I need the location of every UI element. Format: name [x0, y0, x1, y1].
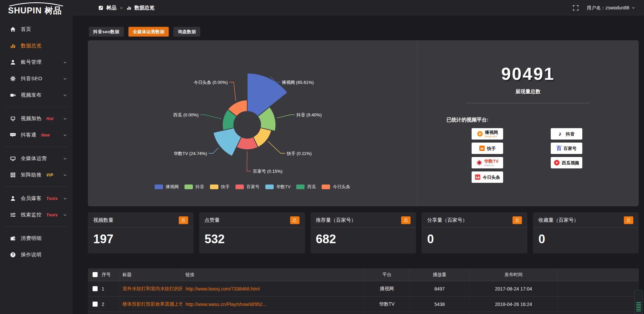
stat-card-1: 点赞量 总 532 [199, 212, 305, 253]
sidebar-item-account-manage[interactable]: 账号管理 [0, 54, 73, 70]
sidebar-item-media-operation[interactable]: 全媒体运营 [0, 150, 73, 167]
platform-badge-今日头条: 头条 今日头条 [472, 171, 503, 183]
legend-item-播视网[interactable]: 播视网 [155, 184, 179, 190]
select-all-checkbox[interactable] [93, 272, 98, 277]
platform-name: 播视网 [485, 130, 498, 135]
legend-label: 抖音 [196, 184, 204, 190]
table-row-partial [88, 312, 639, 314]
sidebar-item-help-guide[interactable]: ? 操作说明 [0, 247, 73, 263]
row-checkbox[interactable] [93, 286, 98, 291]
topbar-right: 用户名：zswodun88 [573, 0, 635, 16]
sidebar-item-leads-monitor[interactable]: 线索监控 Tools [0, 207, 73, 223]
cell-title-link[interactable]: 室外水纹灯和室内水纹灯的区别和简介 [120, 281, 182, 296]
platform-name: 抖音 [566, 132, 575, 136]
legend-item-华数TV[interactable]: 华数TV [265, 184, 291, 190]
total-badge: 总 [290, 216, 300, 224]
bar-chart-icon [10, 43, 16, 49]
sidebar-item-data-overview[interactable]: 数据总览 [0, 38, 73, 54]
tab-1[interactable]: 全媒体运营数据 [128, 27, 169, 37]
sidebar: 首页 数据总览 账号管理 抖音SEO 视频发布 视频加热 Hot 抖客通 New… [0, 16, 73, 314]
chevron-down-icon [63, 117, 67, 121]
breadcrumb: 树品 > 数据总览 [98, 0, 155, 16]
platform-badge-抖音: ♪♪♪ 抖音 [551, 128, 582, 140]
sidebar-item-video-publish[interactable]: 视频发布 [0, 87, 73, 103]
legend-item-抖音[interactable]: 抖音 [184, 184, 204, 190]
stat-card-label: 推荐量（百家号） [316, 217, 356, 223]
person-icon [10, 196, 16, 201]
cell-time: 2018-04-26 16:24 [470, 297, 557, 312]
tab-2[interactable]: 询盘数据 [173, 27, 200, 37]
sidebar-item-douyin-seo[interactable]: 抖音SEO [0, 70, 73, 87]
sidebar-item-video-heat[interactable]: 视频加热 Hot [0, 110, 73, 127]
legend-item-今日头条[interactable]: 今日头条 [322, 184, 350, 190]
total-badge: 总 [624, 216, 633, 224]
legend-label: 百家号 [247, 184, 260, 190]
stat-card-2: 推荐量（百家号） 总 682 [311, 212, 416, 253]
stat-card-value: 0 [533, 228, 639, 251]
total-badge: 总 [179, 216, 188, 224]
row-checkbox[interactable] [93, 302, 98, 307]
platform-name: 快手 [487, 146, 496, 151]
overview-panel: 播视网 (65.61%)抖音 (9.40%)快手 (0.11%)百家号 (0.1… [88, 40, 639, 206]
chevron-down-icon [632, 6, 635, 10]
wallet-icon [10, 235, 16, 241]
user-menu[interactable]: 用户名：zswodun88 [587, 5, 635, 11]
chevron-down-icon [63, 60, 67, 64]
baijiahao-icon: 百 [556, 145, 561, 152]
legend-item-快手[interactable]: 快手 [210, 184, 230, 190]
svg-text:88: 88 [480, 147, 484, 150]
rose-chart-area: 播视网 (65.61%)抖音 (9.40%)快手 (0.11%)百家号 (0.1… [88, 40, 417, 206]
label-line [268, 141, 285, 153]
legend-item-西瓜[interactable]: 西瓜 [296, 184, 316, 190]
legend-swatch [210, 185, 218, 189]
sidebar-item-home[interactable]: 首页 [0, 21, 73, 38]
stat-card-label: 分享量（百家号） [427, 217, 467, 223]
sidebar-divider [5, 107, 67, 107]
cell-url-link[interactable]: http://www.boosj.com/7338468.html [182, 281, 365, 296]
pie-label: 百家号 (0.15%) [253, 169, 282, 174]
floating-widget[interactable] [634, 290, 643, 314]
total-impressions-label: 展现量总数 [417, 89, 639, 95]
pie-label: 今日头条 (0.00%) [194, 80, 228, 85]
chevron-down-icon [63, 197, 67, 201]
douyin-icon: ♪♪♪ [558, 131, 564, 137]
rose-pie-chart[interactable]: 播视网 (65.61%)抖音 (9.40%)快手 (0.11%)百家号 (0.1… [88, 40, 417, 206]
cell-platform: 华数TV [365, 297, 410, 312]
pie-slice-华数TV[interactable] [213, 128, 241, 156]
legend-item-百家号[interactable]: 百家号 [235, 184, 260, 190]
stat-card-value: 0 [422, 228, 527, 251]
cell-url-link[interactable]: http://www.wasu.cn/Play/show/id/952... [182, 297, 365, 312]
label-line [209, 148, 219, 153]
tab-0[interactable]: 抖音seo数据 [89, 27, 124, 37]
chevron-down-icon [63, 213, 67, 217]
svg-text:头条: 头条 [476, 176, 480, 179]
sidebar-item-douketong[interactable]: 抖客通 New [0, 127, 73, 143]
chevron-down-icon [63, 173, 67, 177]
screen-icon [10, 116, 16, 121]
platforms-title: 已统计的视频平台: [446, 117, 488, 123]
label-line [277, 115, 295, 118]
sidebar-item-consume-detail[interactable]: 消费明细 [0, 230, 73, 247]
wasu-icon [476, 160, 482, 166]
breadcrumb-root[interactable]: 树品 [106, 5, 116, 11]
chevron-down-icon [63, 157, 67, 161]
kuaishou-icon: 88 [479, 145, 485, 151]
sidebar-item-matrix-boost[interactable]: 矩阵助推 VIP [0, 167, 73, 183]
legend-label: 华数TV [276, 184, 291, 190]
label-line [229, 82, 236, 101]
widget-stripes [636, 302, 641, 312]
chevron-down-icon [63, 133, 67, 137]
grid-icon [10, 172, 16, 178]
boosj-icon [477, 131, 483, 137]
table-row: 1 室外水纹灯和室内水纹灯的区别和简介 http://www.boosj.com… [88, 281, 639, 297]
platform-badge-百家号: 百 百家号 [551, 143, 582, 154]
sidebar-item-member-baoke[interactable]: 会员爆客 Tools [0, 190, 73, 207]
video-icon [10, 92, 16, 98]
sidebar-divider [5, 187, 67, 187]
label-line [200, 115, 221, 119]
cell-title-link[interactable]: 楼体投影灯投影效果震撼上市 [120, 297, 182, 312]
fullscreen-icon[interactable] [573, 5, 579, 11]
top-bar: SHUPIN 树品 树品 > 数据总览 用户名：zswodun88 [0, 0, 644, 16]
legend-label: 西瓜 [307, 184, 316, 190]
total-badge: 总 [513, 216, 522, 224]
